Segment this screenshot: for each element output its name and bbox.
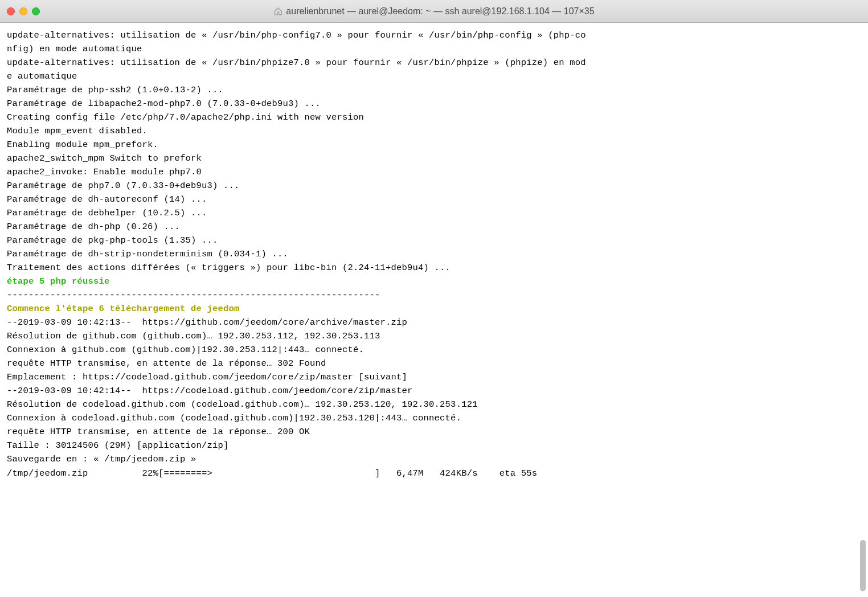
window-title-wrap: aurelienbrunet — aurel@Jeedom: ~ — ssh a…	[273, 6, 594, 17]
terminal-line: /tmp/jeedom.zip 22%[========> ] 6,47M 42…	[7, 467, 861, 480]
terminal-line: Paramétrage de dh-php (0.26) ...	[7, 220, 861, 234]
terminal-line: Connexion à codeload.github.com (codeloa…	[7, 411, 861, 425]
maximize-button[interactable]	[32, 7, 40, 15]
minimize-button[interactable]	[19, 7, 27, 15]
scrollbar-track[interactable]	[859, 23, 867, 597]
terminal-output[interactable]: update-alternatives: utilisation de « /u…	[0, 23, 868, 486]
terminal-line: Paramétrage de dh-strip-nondeterminism (…	[7, 247, 861, 261]
terminal-line: Paramétrage de pkg-php-tools (1.35) ...	[7, 234, 861, 247]
terminal-line: e automatique	[7, 69, 861, 83]
window-title: aurelienbrunet — aurel@Jeedom: ~ — ssh a…	[286, 6, 594, 17]
terminal-line: Paramétrage de php-ssh2 (1.0+0.13-2) ...	[7, 83, 861, 97]
terminal-line: Commence l'étape 6 téléchargement de jee…	[7, 302, 861, 316]
terminal-line: Résolution de github.com (github.com)… 1…	[7, 329, 861, 343]
terminal-line: Connexion à github.com (github.com)|192.…	[7, 343, 861, 357]
home-icon	[273, 7, 282, 16]
terminal-line: Sauvegarde en : « /tmp/jeedom.zip »	[7, 452, 861, 466]
window-titlebar: aurelienbrunet — aurel@Jeedom: ~ — ssh a…	[0, 0, 868, 23]
terminal-line: Creating config file /etc/php/7.0/apache…	[7, 111, 861, 124]
terminal-line: update-alternatives: utilisation de « /u…	[7, 28, 861, 42]
terminal-line: --2019-03-09 10:42:13-- https://github.c…	[7, 316, 861, 329]
terminal-line: Module mpm_event disabled.	[7, 124, 861, 138]
close-button[interactable]	[7, 7, 15, 15]
terminal-line: apache2_switch_mpm Switch to prefork	[7, 152, 861, 165]
terminal-line: nfig) en mode automatique	[7, 42, 861, 56]
terminal-line: ----------------------------------------…	[7, 288, 861, 302]
terminal-line: Paramétrage de libapache2-mod-php7.0 (7.…	[7, 97, 861, 111]
terminal-line: étape 5 php réussie	[7, 275, 861, 288]
terminal-line: Paramétrage de dh-autoreconf (14) ...	[7, 193, 861, 206]
terminal-line: Enabling module mpm_prefork.	[7, 138, 861, 152]
terminal-line: Résolution de codeload.github.com (codel…	[7, 398, 861, 411]
traffic-lights	[7, 7, 40, 15]
terminal-line: Paramétrage de php7.0 (7.0.33-0+deb9u3) …	[7, 179, 861, 193]
terminal-line: requête HTTP transmise, en attente de la…	[7, 357, 861, 370]
scrollbar-thumb[interactable]	[860, 540, 866, 591]
terminal-line: --2019-03-09 10:42:14-- https://codeload…	[7, 384, 861, 398]
terminal-line: Traitement des actions différées (« trig…	[7, 261, 861, 275]
terminal-line: Emplacement : https://codeload.github.co…	[7, 370, 861, 384]
terminal-line: requête HTTP transmise, en attente de la…	[7, 425, 861, 439]
terminal-line: update-alternatives: utilisation de « /u…	[7, 56, 861, 69]
terminal-line: Taille : 30124506 (29M) [application/zip…	[7, 439, 861, 452]
terminal-line: apache2_invoke: Enable module php7.0	[7, 165, 861, 179]
terminal-line: Paramétrage de debhelper (10.2.5) ...	[7, 206, 861, 220]
